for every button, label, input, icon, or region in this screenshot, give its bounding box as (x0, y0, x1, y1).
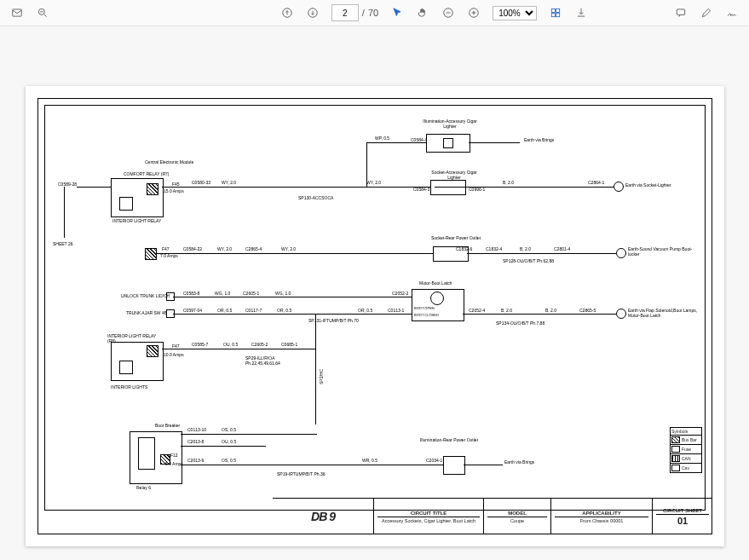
svg-rect-9 (556, 14, 560, 17)
wire-b20: B, 2.0 (503, 180, 514, 185)
sheet-hdr: CIRCUIT SHEET (656, 508, 709, 515)
svg-rect-0 (13, 9, 22, 16)
comfort-relay-label: COMFORT RELAY (R7) (124, 171, 170, 176)
illum-rear-box (443, 456, 465, 475)
svg-rect-8 (551, 14, 555, 17)
interior-lights-label: INTERIOR LIGHTS (111, 384, 147, 390)
unlock-trunk-label: UNLOCK TRUNK LID/CH (121, 293, 170, 298)
page-input[interactable] (331, 4, 359, 21)
earth-e1: Earth via Brings (524, 137, 558, 142)
wire (366, 142, 426, 143)
wire (64, 187, 65, 238)
legend-fuse: Fuse (671, 445, 701, 454)
conn-c06851: C0685-1 (281, 342, 297, 347)
wire (155, 253, 458, 254)
conn-c28014: C2801-4 (554, 246, 570, 251)
logo-text: DB 9 (311, 510, 335, 523)
wire-wy20d: WY, 2.0 (281, 246, 296, 251)
wire (162, 187, 435, 188)
up-arrow-icon[interactable] (280, 6, 294, 20)
wire-wr05: WR, 0.5 (362, 458, 377, 463)
wire-wg10: WG, 1.0 (215, 291, 230, 296)
conn-c01131: C0113-1 (388, 308, 404, 313)
socket-cigar-box (430, 180, 466, 195)
wire-wy20: WY, 2.0 (222, 180, 236, 185)
document-viewport[interactable]: DB 9 CIRCUIT TITLEAccessory Sockets, Cig… (0, 26, 749, 560)
socket-cigar-label: Socket-Accessory Cigar Lighter (424, 170, 484, 180)
conn-c05857: C0585-7 (192, 342, 208, 347)
conn-c09961: C0996-1 (469, 187, 485, 192)
conn-c18326: C1832-6 (456, 246, 472, 251)
hand-icon[interactable] (416, 6, 429, 20)
down-arrow-icon[interactable] (306, 6, 320, 20)
fuse-f47a-sym (145, 248, 157, 260)
earth-e3: Earth-Sound Vacuum Pump Boot-locker (628, 246, 696, 257)
legend-box: Symbols Bus Bar Fuse CAN Cav (670, 427, 702, 473)
conn-c01177: C0117-7 (245, 308, 262, 313)
conn-c05844: C0584-4 (411, 137, 427, 142)
conn-c058033: C0580-33 (192, 180, 210, 185)
boot-closed: BOOT CLOSED (414, 313, 439, 317)
fit-page-icon[interactable] (549, 6, 562, 20)
pencil-icon[interactable] (700, 6, 713, 20)
circuit-title-val: Accessory Sockets, Cigar Lighter, Boot L… (382, 518, 475, 523)
zoom-out-icon[interactable] (36, 6, 49, 20)
wire (181, 465, 445, 465)
plus-circle-icon[interactable] (467, 6, 481, 20)
conn-c18324: C1832-4 (486, 246, 502, 251)
signature-icon[interactable] (725, 6, 739, 20)
wire (181, 434, 317, 435)
splice-sp134: SP134-OU/O/B/T Ph.7,88 (496, 320, 544, 326)
fuse-f45-sym (147, 183, 158, 195)
relay-coil2 (119, 361, 133, 374)
wire-wy20b: WY, 2.0 (366, 180, 381, 185)
conn-c20522: C2052-2 (392, 291, 408, 296)
mail-icon[interactable] (10, 6, 24, 20)
conn-c20139: C2013-9 (187, 458, 204, 463)
svg-rect-10 (677, 9, 684, 14)
relay-coil-sym (119, 197, 133, 211)
splice-sp29: SP29-ILL/R/OA Ph.22,45,49,61,64 (245, 355, 305, 366)
sheet-ref: SHEET 26 (53, 241, 73, 246)
wire-or05b: OR, 0.5 (277, 308, 291, 313)
svg-rect-6 (551, 9, 555, 12)
socket-power-label: Socket-Rear Power Outlet (426, 235, 486, 240)
fuse-f47b-a: 10.0 Amps (164, 352, 184, 357)
conn-c28655b: C2865-5 (579, 308, 596, 313)
pointer-icon[interactable] (390, 6, 404, 20)
lamp-sym (443, 138, 453, 148)
earth-sym (614, 182, 624, 192)
page-total: 70 (368, 8, 378, 18)
wire (162, 349, 315, 349)
download-icon[interactable] (574, 6, 588, 20)
model-hdr: MODEL (487, 511, 547, 517)
conn-c28641: C2864-1 (588, 180, 604, 185)
wire (463, 314, 616, 315)
fuse-f47b-sym (147, 345, 158, 357)
conn-c28654: C2865-4 (245, 246, 262, 251)
wire (173, 314, 412, 315)
applic-val: From Chassis 00001 (580, 518, 624, 523)
spline-label: SP2/HC (319, 369, 324, 384)
conn-c20341: C2034-1 (426, 458, 442, 463)
motor-sym (430, 292, 444, 305)
zoom-select[interactable]: 100% (493, 6, 537, 20)
wire-b05: B, 2.0 (501, 308, 512, 313)
fuse-f45a: 15.0 Amps (164, 188, 184, 193)
wire (435, 187, 614, 188)
wire-ou05: OU, 0.5 (223, 342, 238, 347)
fuse-f12a: 5.0 Amps (165, 461, 183, 466)
splice-sp19: SP19-IRTUMP/B/T Ph.36 (277, 471, 326, 476)
wire (469, 142, 520, 143)
wire-b20b: B, 2.0 (520, 246, 531, 251)
earth-sym2 (616, 248, 626, 258)
wire (366, 142, 367, 187)
wire-b05b: B, 2.0 (545, 308, 556, 313)
comment-icon[interactable] (674, 6, 688, 20)
circuit-title-hdr: CIRCUIT TITLE (377, 511, 480, 517)
conn-c26051: C2605-1 (243, 291, 259, 296)
conn-c05843: C0584-3 (413, 187, 429, 192)
conn-c058928: C0589-28 (58, 182, 77, 187)
minus-circle-icon[interactable] (441, 6, 455, 20)
conn-c20524: C2052-4 (469, 308, 485, 313)
